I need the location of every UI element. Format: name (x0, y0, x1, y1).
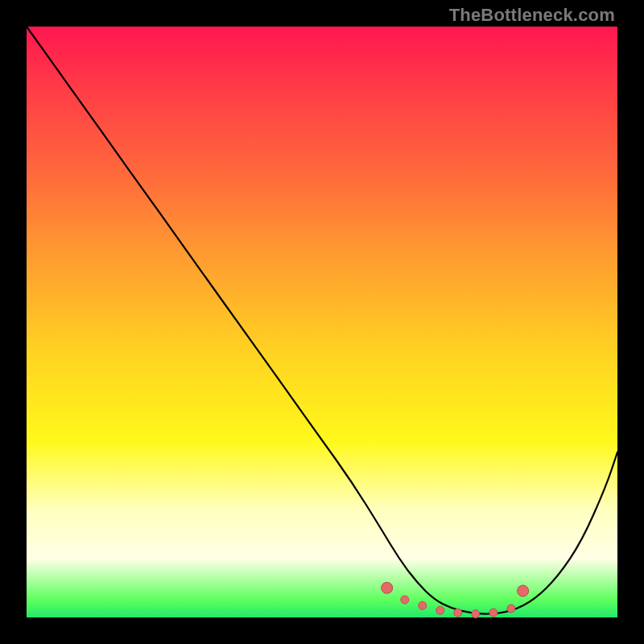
curve-marker (419, 601, 427, 609)
curve-marker (401, 596, 409, 604)
curve-marker (454, 609, 462, 617)
curve-marker (507, 605, 515, 613)
plot-area (27, 27, 617, 617)
bottleneck-curve (27, 27, 617, 614)
watermark-text: TheBottleneck.com (449, 5, 615, 26)
curve-marker (436, 606, 444, 614)
curve-svg (27, 27, 617, 617)
curve-marker (472, 610, 480, 618)
chart-stage: TheBottleneck.com (0, 0, 644, 644)
curve-marker (489, 609, 497, 617)
curve-marker (518, 585, 529, 597)
curve-marker (382, 582, 393, 593)
